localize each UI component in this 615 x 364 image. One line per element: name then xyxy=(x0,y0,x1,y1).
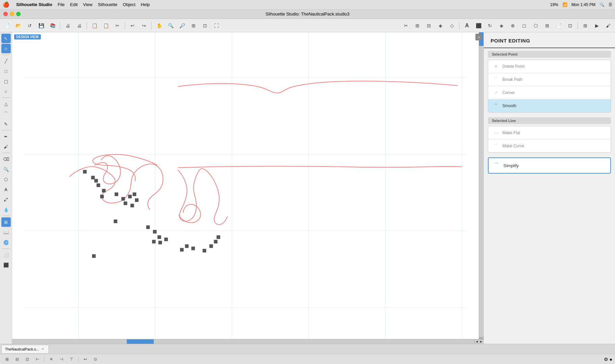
align3-btn[interactable]: ⊡ xyxy=(23,355,32,363)
settings-icon[interactable]: ● xyxy=(610,357,612,362)
paint-btn[interactable]: 🖌 xyxy=(603,21,614,31)
fullscreen-button[interactable] xyxy=(16,12,21,16)
delete-point-btn[interactable]: ✕ Delete Point xyxy=(488,60,611,73)
tool-frame2[interactable]: ⬛ xyxy=(1,260,11,270)
grid2-btn[interactable]: ⊞ xyxy=(580,21,591,31)
tool-text[interactable]: A xyxy=(1,185,11,194)
redo-btn[interactable]: ↪ xyxy=(139,21,149,31)
replicate-btn[interactable]: ↻ xyxy=(485,21,495,31)
settings-gear-icon[interactable]: ⚙ xyxy=(604,357,608,362)
tab-nautical[interactable]: TheNauticalPack.s... × xyxy=(1,345,49,354)
tool-line[interactable]: ╱ xyxy=(1,56,11,66)
print-btn[interactable]: 🖨 xyxy=(62,21,73,31)
page-setup-btn[interactable]: 📄 xyxy=(553,21,564,31)
make-curve-btn[interactable]: ⌒ Make Curve xyxy=(488,140,611,152)
snap-btn[interactable]: ◈ xyxy=(435,21,446,31)
simplify-btn[interactable]: ⌒ Simplify xyxy=(489,158,610,173)
tool-swirl[interactable]: 🌀 xyxy=(1,238,11,247)
app-name[interactable]: Silhouette Studio xyxy=(16,2,52,7)
canvas-nav-right[interactable]: ▶ xyxy=(479,339,484,344)
menu-silhouette[interactable]: Silhouette xyxy=(98,2,117,7)
search-icon[interactable]: 🔍 xyxy=(599,2,605,7)
align-btn[interactable]: ⊞ xyxy=(3,355,11,363)
zoom-fit-btn[interactable]: ⊞ xyxy=(188,21,199,31)
tool-curve[interactable]: ⌒ xyxy=(1,109,11,119)
print2-btn[interactable]: 🖨 xyxy=(74,21,85,31)
guides-btn[interactable]: ⊟ xyxy=(423,21,434,31)
canvas-scrollbar-vertical[interactable] xyxy=(479,32,484,337)
target-btn[interactable]: ⊙ xyxy=(91,355,100,363)
menu-file[interactable]: File xyxy=(58,2,65,7)
canvas-grid[interactable] xyxy=(12,32,479,339)
menu-view[interactable]: View xyxy=(83,2,92,7)
undo-btn[interactable]: ↩ xyxy=(127,21,138,31)
tool-polygon[interactable]: ⬡ xyxy=(1,175,11,184)
canvas-nav-left[interactable]: ◀ xyxy=(474,339,479,344)
select-all-btn[interactable]: ⊡ xyxy=(200,21,210,31)
save-btn[interactable]: 💾 xyxy=(36,21,47,31)
tool-triangle[interactable]: △ xyxy=(1,99,11,109)
weld-btn[interactable]: ⊕ xyxy=(507,21,518,31)
menu-icon[interactable]: ☰ xyxy=(609,2,612,7)
zoom-in-btn[interactable]: 🔍 xyxy=(165,21,176,31)
open-btn[interactable]: 📂 xyxy=(13,21,24,31)
corner-btn[interactable]: ↗ Corner xyxy=(488,86,611,99)
tool-eyedropper[interactable]: 💧 xyxy=(1,205,11,214)
svg-rect-35 xyxy=(214,240,217,244)
tab-close-btn[interactable]: × xyxy=(40,347,45,352)
cut-settings[interactable]: ✂ xyxy=(401,21,411,31)
copy-btn[interactable]: 📋 xyxy=(89,21,100,31)
make-flat-btn[interactable]: — Make Flat xyxy=(488,126,611,140)
trace-btn[interactable]: ◈ xyxy=(496,21,507,31)
cut-btn[interactable]: ✂ xyxy=(112,21,123,31)
tool-frame[interactable]: ⬜ xyxy=(1,250,11,260)
tool-book[interactable]: 📖 xyxy=(1,228,11,237)
pan-btn[interactable]: ✋ xyxy=(154,21,165,31)
tool-brush[interactable]: 🖌 xyxy=(1,142,11,151)
fill-btn[interactable]: ⬛ xyxy=(473,21,484,31)
menu-edit[interactable]: Edit xyxy=(70,2,78,7)
zoom-out-btn[interactable]: 🔎 xyxy=(177,21,187,31)
tool-media[interactable]: ⊞ xyxy=(1,217,11,227)
mirror-btn[interactable]: ◇ xyxy=(446,21,457,31)
tool-paint[interactable]: 🖍 xyxy=(1,195,11,204)
tool-ellipse[interactable]: ○ xyxy=(1,87,11,96)
morph-btn[interactable]: ⬡ xyxy=(530,21,541,31)
apple-menu[interactable]: 🍎 xyxy=(3,1,9,8)
weld-btn[interactable]: ✕ xyxy=(47,355,56,363)
send-btn[interactable]: ▶ xyxy=(591,21,602,31)
new-btn[interactable]: 📄 xyxy=(1,21,12,31)
canvas-scroll-thumb-h[interactable] xyxy=(127,339,154,344)
tool-eraser[interactable]: ⌫ xyxy=(1,154,11,164)
cut-mat-btn[interactable]: ⊡ xyxy=(565,21,576,31)
close-button[interactable] xyxy=(3,12,8,16)
align4-btn[interactable]: ⊢ xyxy=(33,355,42,363)
panel-title: POINT EDITING xyxy=(484,32,615,48)
minimize-button[interactable] xyxy=(10,12,14,16)
intersect-btn[interactable]: ↩ xyxy=(81,355,90,363)
tool-rect[interactable]: □ xyxy=(1,66,11,76)
group-btn[interactable]: ⊣ xyxy=(57,355,66,363)
tool-select[interactable]: ↖ xyxy=(1,34,11,43)
library-btn[interactable]: 📚 xyxy=(47,21,58,31)
fullscreen-btn[interactable]: ⛶ xyxy=(211,21,222,31)
tool-freehand[interactable]: ✎ xyxy=(1,119,11,129)
offset-btn[interactable]: ◻ xyxy=(519,21,530,31)
align2-btn[interactable]: ⊟ xyxy=(13,355,22,363)
tool-zoom[interactable]: 🔍 xyxy=(1,164,11,174)
tool-pen[interactable]: ✒ xyxy=(1,132,11,141)
tool-point-edit[interactable]: ⊹ xyxy=(1,44,11,53)
ungroup-btn[interactable]: ⊤ xyxy=(67,355,76,363)
rotate-btn[interactable]: ↺ xyxy=(24,21,35,31)
text-btn[interactable]: A xyxy=(462,21,472,31)
grid-btn[interactable]: ⊞ xyxy=(412,21,423,31)
break-path-btn[interactable]: ⌒ Break Path xyxy=(488,73,611,86)
tool-rounded-rect[interactable]: ▢ xyxy=(1,77,11,86)
menu-help[interactable]: Help xyxy=(141,2,150,7)
canvas-scrollbar-horizontal[interactable] xyxy=(12,339,479,344)
collapse-panel-btn[interactable]: » xyxy=(475,34,482,40)
paste-btn[interactable]: 📋 xyxy=(100,21,111,31)
menu-object[interactable]: Object xyxy=(123,2,136,7)
layers-btn[interactable]: ⊞ xyxy=(542,21,553,31)
smooth-btn[interactable]: ⌒ Smooth xyxy=(488,99,611,112)
